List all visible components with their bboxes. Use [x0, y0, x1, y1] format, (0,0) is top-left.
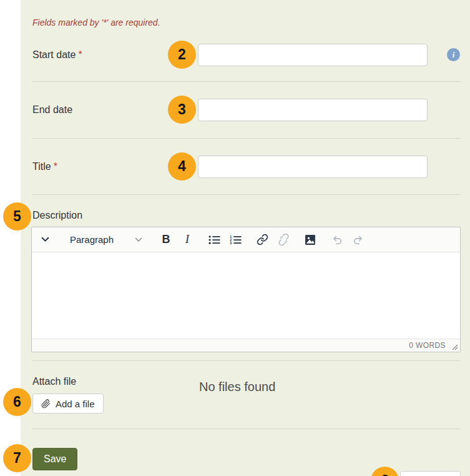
editor-toolbar: Paragraph B I: [32, 227, 460, 252]
cancel-button[interactable]: Cancel: [400, 471, 461, 476]
insert-image-icon[interactable]: [300, 229, 321, 250]
svg-text:3: 3: [230, 241, 232, 245]
numbered-list-icon[interactable]: 123: [225, 229, 246, 250]
description-label: Description: [32, 210, 461, 221]
no-files-message: No files found: [199, 376, 275, 414]
required-asterisk: *: [54, 161, 57, 172]
required-asterisk: *: [78, 49, 82, 60]
info-icon[interactable]: i: [447, 48, 460, 61]
step-badge-3: 3: [168, 96, 196, 124]
title-label: Title*: [32, 161, 168, 172]
resize-handle-icon[interactable]: [452, 344, 458, 350]
undo-icon[interactable]: [326, 229, 348, 250]
insert-link-icon[interactable]: [252, 229, 273, 250]
cancel-section: 8 Cancel: [32, 471, 461, 476]
required-fields-note: Fields marked by '*' are required.: [32, 0, 461, 29]
step-badge-6: 6: [3, 388, 31, 416]
start-date-input[interactable]: [198, 44, 428, 66]
save-section: 7 Save: [32, 429, 461, 470]
form-row-end-date: End date 3: [32, 82, 461, 139]
save-button[interactable]: Save: [32, 448, 77, 470]
end-date-label: End date: [32, 104, 168, 116]
form-content: Fields marked by '*' are required. Start…: [21, 0, 470, 476]
italic-icon[interactable]: I: [177, 229, 198, 250]
attach-file-label: Attach file: [32, 376, 199, 387]
end-date-input[interactable]: [198, 99, 428, 121]
bold-icon[interactable]: B: [155, 229, 177, 250]
word-count: 0 WORDS: [409, 341, 446, 350]
add-file-button[interactable]: Add a file: [32, 394, 104, 414]
toolbar-expand-chevron-icon[interactable]: [34, 229, 56, 250]
rich-text-editor: Paragraph B I: [31, 227, 461, 352]
step-badge-4: 4: [168, 152, 196, 181]
format-select[interactable]: Paragraph: [61, 229, 150, 250]
description-editor-content[interactable]: [32, 252, 460, 339]
form-panel: Fields marked by '*' are required. Start…: [21, 0, 470, 476]
add-file-button-label: Add a file: [56, 399, 95, 409]
start-date-label: Start date*: [32, 49, 168, 61]
bullet-list-icon[interactable]: [203, 229, 225, 250]
paperclip-icon: [41, 399, 51, 409]
format-select-value: Paragraph: [70, 234, 114, 245]
redo-icon[interactable]: [348, 229, 369, 250]
title-input[interactable]: [198, 156, 428, 178]
step-badge-2: 2: [168, 41, 196, 69]
step-badge-5: 5: [3, 202, 31, 231]
attach-file-section: 6 Attach file Add a file No files found: [32, 361, 461, 429]
description-section: 5 Description Paragraph: [32, 195, 461, 361]
form-row-start-date: Start date* 2 i: [32, 29, 461, 82]
step-badge-7: 7: [3, 444, 31, 472]
form-row-title: Title* 4: [32, 139, 461, 195]
editor-statusbar: 0 WORDS: [32, 339, 460, 352]
remove-link-icon[interactable]: [273, 229, 294, 250]
chevron-down-icon: [135, 237, 142, 242]
